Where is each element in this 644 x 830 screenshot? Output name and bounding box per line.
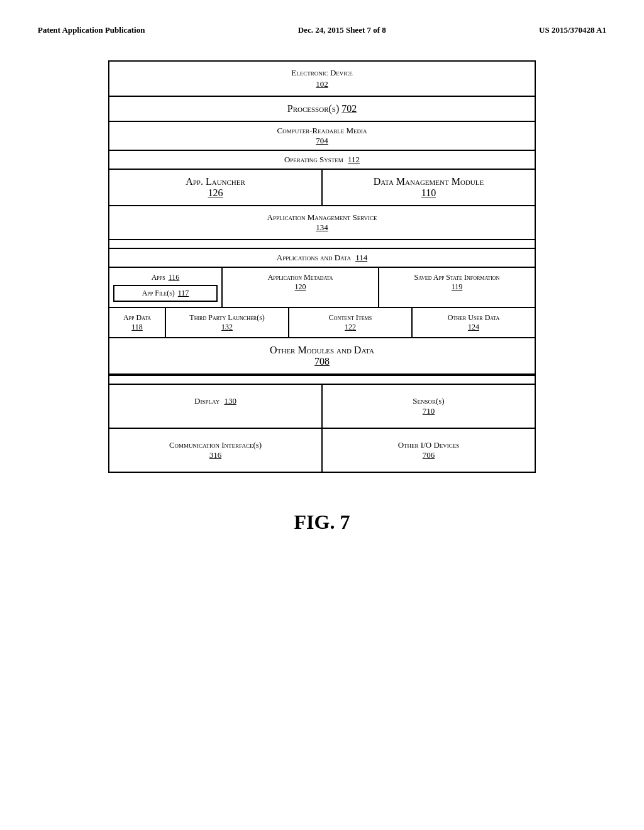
other-user-data-label: Other User Data: [448, 313, 499, 322]
crm-label: Computer-Readable Media: [277, 126, 367, 135]
app-files-number: 117: [178, 289, 189, 297]
comm-interfaces-col: Communication Interface(s) 316: [109, 429, 323, 472]
electronic-device-row: Electronic Device 102: [109, 62, 535, 97]
page: Patent Application Publication Dec. 24, …: [0, 0, 644, 830]
apps-bottom-row: App Data 118 Third Party Launcher(s) 132…: [109, 308, 535, 337]
processor-number: 702: [341, 103, 357, 114]
other-modules-number: 708: [314, 356, 330, 367]
os-children: App. Launcher 126 Data Management Module…: [109, 170, 535, 206]
os-number: 112: [348, 155, 360, 164]
app-data-number: 118: [131, 323, 143, 331]
crm-spacer: [109, 240, 535, 249]
app-launcher-label: App. Launcher: [186, 176, 245, 187]
sensors-number: 710: [423, 406, 435, 416]
electronic-device-label: Electronic Device: [114, 68, 530, 78]
data-mgmt-number: 110: [421, 187, 436, 198]
apps-section: Applications and Data 114 Apps 116 App F…: [109, 249, 535, 338]
display-number: 130: [224, 396, 236, 406]
sensors-col: Sensor(s) 710: [323, 385, 535, 428]
apps-label: Apps: [152, 273, 165, 282]
app-launcher-col: App. Launcher 126: [109, 170, 323, 205]
other-io-number: 706: [423, 450, 435, 460]
saved-app-number: 119: [452, 282, 463, 291]
diagram-area: Electronic Device 102 Processor(s) 702 C…: [38, 60, 606, 473]
electronic-device-number: 102: [316, 79, 328, 89]
header-center: Dec. 24, 2015 Sheet 7 of 8: [298, 25, 386, 35]
app-launcher-number: 126: [208, 187, 223, 198]
other-io-label: Other I/O Devices: [398, 440, 460, 450]
app-data-label: App Data: [123, 313, 151, 322]
crm-section: Computer-Readable Media 704 Operating Sy…: [109, 122, 535, 376]
os-label: Operating System: [284, 155, 343, 164]
content-items-col: Content Items 122: [289, 308, 413, 337]
app-files-box: App File(s) 117: [113, 285, 218, 302]
comm-interfaces-label: Communication Interface(s): [169, 440, 262, 450]
app-files-label: App File(s): [142, 289, 175, 297]
apps-header: Applications and Data 114: [109, 249, 535, 268]
app-mgmt-row: Application Management Service 134: [109, 206, 535, 240]
sensors-label: Sensor(s): [413, 396, 444, 406]
crm-number: 704: [316, 136, 328, 145]
processor-row: Processor(s) 702: [109, 97, 535, 122]
other-modules-row: Other Modules and Data 708: [109, 338, 535, 375]
third-party-number: 132: [221, 323, 233, 331]
patent-header: Patent Application Publication Dec. 24, …: [38, 25, 606, 35]
content-items-label: Content Items: [329, 313, 372, 322]
third-party-col: Third Party Launcher(s) 132: [166, 308, 289, 337]
apps-and-data-label: Applications and Data: [277, 253, 351, 262]
saved-app-label: Saved App State Information: [414, 273, 500, 282]
os-header: Operating System 112: [109, 151, 535, 170]
processor-label: Processor(s): [287, 103, 340, 114]
display-col: Display 130: [109, 385, 323, 428]
display-label: Display: [194, 396, 219, 406]
apps-and-data-number: 114: [355, 253, 367, 262]
third-party-label: Third Party Launcher(s): [189, 313, 264, 322]
other-modules-label: Other Modules and Data: [270, 345, 374, 355]
app-metadata-col: Application Metadata 120: [223, 268, 379, 307]
app-mgmt-number: 134: [316, 223, 328, 232]
app-metadata-label: Application Metadata: [268, 273, 333, 282]
apps-col: Apps 116 App File(s) 117: [109, 268, 223, 307]
comm-io-row: Communication Interface(s) 316 Other I/O…: [109, 429, 535, 472]
spacer-2: [109, 376, 535, 385]
crm-header: Computer-Readable Media 704: [109, 122, 535, 151]
header-left: Patent Application Publication: [38, 25, 145, 35]
other-io-col: Other I/O Devices 706: [323, 429, 535, 472]
outer-box: Electronic Device 102 Processor(s) 702 C…: [108, 60, 536, 473]
header-right: US 2015/370428 A1: [539, 25, 606, 35]
content-items-number: 122: [345, 323, 356, 331]
app-data-col: App Data 118: [109, 308, 166, 337]
fig-caption-text: FIG. 7: [294, 511, 350, 533]
app-mgmt-label: Application Management Service: [267, 213, 377, 222]
app-metadata-number: 120: [295, 282, 306, 291]
other-user-data-number: 124: [468, 323, 479, 331]
data-mgmt-label: Data Management Module: [374, 176, 484, 187]
comm-interfaces-number: 316: [209, 450, 222, 460]
apps-number: 116: [169, 273, 180, 282]
apps-top-row: Apps 116 App File(s) 117 Application Met…: [109, 268, 535, 308]
display-sensors-row: Display 130 Sensor(s) 710: [109, 385, 535, 429]
saved-app-col: Saved App State Information 119: [379, 268, 535, 307]
data-mgmt-col: Data Management Module 110: [323, 170, 535, 205]
fig-caption: FIG. 7: [38, 511, 606, 534]
other-user-data-col: Other User Data 124: [413, 308, 535, 337]
